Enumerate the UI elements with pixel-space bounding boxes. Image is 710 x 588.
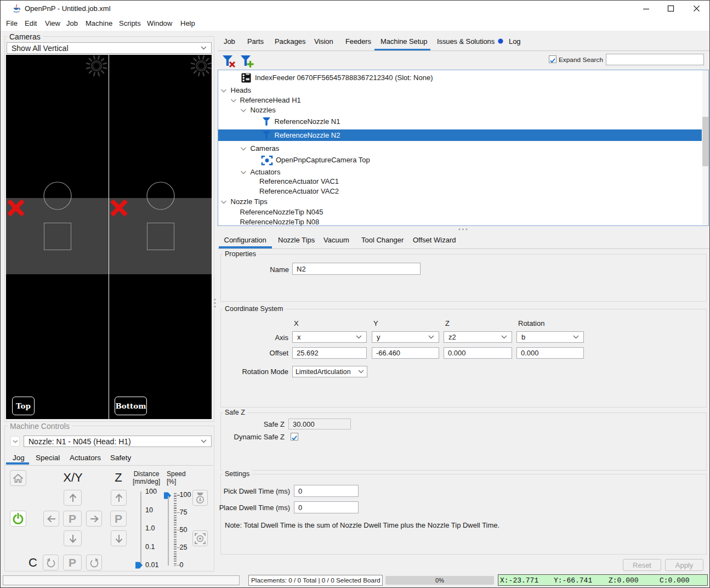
axis-select-x[interactable]: x: [292, 331, 367, 343]
main-tab-job[interactable]: Job: [224, 37, 235, 46]
tree-row[interactable]: Actuators: [218, 167, 702, 177]
c-rotate-cw-button[interactable]: [86, 555, 102, 570]
jog-tab-underline: [6, 462, 29, 465]
position-camera-button[interactable]: [192, 530, 208, 546]
camera-selector[interactable]: Show All Vertical: [7, 42, 212, 54]
nozzle-icon-wrap: [262, 131, 271, 142]
nozzle-selector[interactable]: Nozzle: N1 - N045 (Head: H1): [24, 436, 212, 447]
safe-z-label: Safe Z: [264, 420, 285, 428]
menu-machine[interactable]: Machine: [86, 19, 112, 27]
name-input[interactable]: N2: [292, 263, 421, 275]
tree-scrollbar-thumb[interactable]: [702, 117, 708, 166]
xy-jog-up-button[interactable]: [64, 490, 82, 506]
offset-input-x[interactable]: 25.692: [292, 347, 367, 359]
menu-help[interactable]: Help: [180, 19, 195, 27]
z-jog-down-button[interactable]: [111, 530, 127, 546]
dynamic-safe-z-checkbox[interactable]: [291, 433, 298, 440]
home-button[interactable]: [10, 470, 26, 486]
maximize-icon[interactable]: [666, 4, 676, 13]
tree-row[interactable]: ReferenceHead H1: [218, 95, 702, 105]
speed-tick-25: 25: [180, 544, 188, 551]
rotation-mode-select[interactable]: LimitedArticulation: [292, 366, 367, 377]
tree-row[interactable]: ReferenceNozzleTip N045: [218, 207, 702, 217]
main-tab-packages[interactable]: Packages: [275, 37, 305, 46]
tree-row[interactable]: OpenPnpCaptureCamera Top: [218, 155, 702, 166]
tree-expand-chevron-icon[interactable]: [240, 108, 247, 113]
menu-job[interactable]: Job: [66, 19, 78, 27]
config-tab-offset-wizard[interactable]: Offset Wizard: [413, 236, 456, 244]
tree-row[interactable]: Nozzle Tips: [218, 197, 702, 207]
mc-tab-jog[interactable]: Jog: [13, 454, 25, 462]
place-dwell-input[interactable]: 0: [294, 501, 359, 513]
mc-tab-actuators[interactable]: Actuators: [70, 454, 101, 462]
menu-view[interactable]: View: [45, 19, 60, 27]
mc-tab-special[interactable]: Special: [36, 454, 60, 462]
minimize-icon[interactable]: [641, 4, 651, 13]
tree-row[interactable]: ReferenceNozzle N1: [218, 116, 702, 128]
apply-button[interactable]: Apply: [665, 559, 703, 571]
axis-select-z[interactable]: z2: [444, 331, 512, 343]
expand-checkbox[interactable]: [549, 55, 556, 63]
main-tab-feeders[interactable]: Feeders: [345, 37, 371, 46]
z-park-button[interactable]: P: [110, 511, 127, 527]
offset-input-rotation[interactable]: 0.000: [516, 347, 584, 359]
c-rotate-ccw-button[interactable]: [43, 555, 59, 570]
tree-row[interactable]: Cameras: [218, 144, 702, 154]
axis-select-rotation[interactable]: b: [516, 331, 584, 343]
config-tab-nozzle-tips[interactable]: Nozzle Tips: [278, 236, 315, 244]
distance-slider-handle[interactable]: [135, 562, 143, 569]
vertical-splitter-handle[interactable]: [213, 298, 217, 309]
tree-expand-chevron-icon[interactable]: [230, 98, 237, 103]
xy-jog-right-button[interactable]: [86, 511, 102, 527]
name-label: Name: [270, 265, 289, 274]
reset-button[interactable]: Reset: [623, 559, 661, 571]
power-button[interactable]: [10, 511, 26, 527]
z-axis-label: Z: [111, 471, 126, 485]
menu-edit[interactable]: Edit: [25, 19, 37, 27]
park-nozzle-button[interactable]: [192, 490, 208, 506]
tree-row[interactable]: ReferenceActuator VAC2: [218, 186, 702, 196]
tree-row[interactable]: Heads: [218, 86, 702, 95]
menu-file[interactable]: File: [6, 19, 18, 27]
head-selector-expand-button[interactable]: [10, 436, 20, 446]
menu-window[interactable]: Window: [147, 19, 172, 27]
main-tab-machine-setup[interactable]: Machine Setup: [380, 37, 427, 46]
offset-input-z[interactable]: 0.000: [444, 347, 512, 359]
tree-row-label: ReferenceNozzle N1: [275, 117, 340, 126]
main-tab-log[interactable]: Log: [509, 37, 520, 46]
tree-row-label: Actuators: [251, 168, 281, 176]
offset-input-y[interactable]: -66.460: [372, 347, 439, 359]
tree-expand-chevron-icon[interactable]: [240, 146, 247, 151]
axis-select-y[interactable]: y: [372, 331, 439, 343]
config-tab-vacuum[interactable]: Vacuum: [323, 236, 349, 244]
horizontal-splitter-handle[interactable]: [458, 228, 469, 231]
tree-row[interactable]: IndexFeeder 0670FF565457888367212340 (Sl…: [218, 72, 702, 84]
tree-row[interactable]: ReferenceActuator VAC1: [218, 177, 702, 186]
tree-expand-chevron-icon[interactable]: [220, 88, 227, 93]
tree-expand-chevron-icon[interactable]: [240, 170, 247, 175]
tree-row[interactable]: ReferenceNozzle N2: [218, 129, 702, 141]
mc-tab-safety[interactable]: Safety: [110, 454, 131, 462]
feeder-icon-wrap: [241, 73, 251, 85]
main-tab-issues-solutions[interactable]: Issues & Solutions: [437, 37, 495, 46]
remove-nozzle-button[interactable]: [221, 54, 237, 69]
search-input[interactable]: [606, 54, 704, 65]
chevron-down-icon: [201, 46, 207, 50]
config-tab-configuration[interactable]: Configuration: [224, 236, 266, 244]
close-icon[interactable]: [692, 4, 702, 13]
main-tab-parts[interactable]: Parts: [247, 37, 264, 46]
add-nozzle-button[interactable]: [240, 54, 255, 69]
tree-row[interactable]: ReferenceNozzleTip N08: [218, 217, 702, 227]
main-tab-vision[interactable]: Vision: [314, 37, 333, 46]
z-jog-up-button[interactable]: [111, 490, 127, 506]
xy-park-button[interactable]: P: [63, 511, 82, 527]
c-park-button[interactable]: P: [63, 555, 82, 570]
tree-row[interactable]: Nozzles: [218, 105, 702, 115]
pick-dwell-input[interactable]: 0: [294, 485, 359, 497]
xy-jog-down-button[interactable]: [64, 530, 82, 546]
menu-scripts[interactable]: Scripts: [119, 19, 141, 27]
config-tab-tool-changer[interactable]: Tool Changer: [361, 236, 404, 244]
tree-expand-chevron-icon[interactable]: [220, 200, 227, 205]
cs-column-header-x: X: [294, 319, 299, 327]
xy-jog-left-button[interactable]: [43, 511, 59, 527]
